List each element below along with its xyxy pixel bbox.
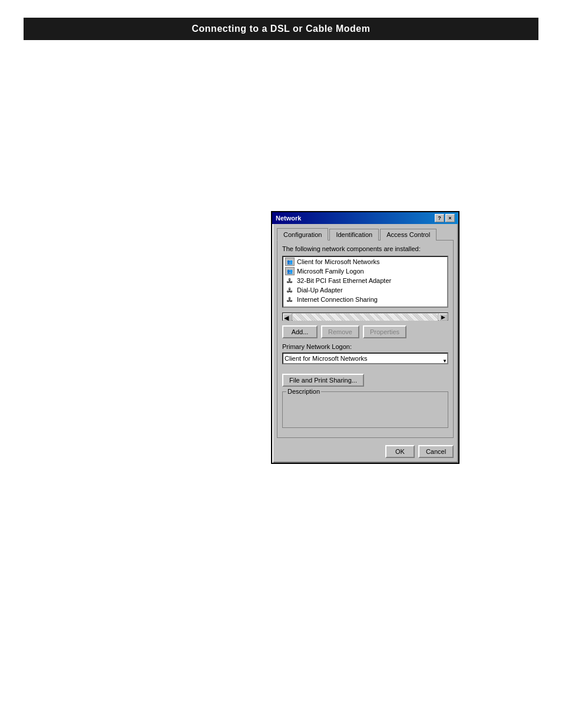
list-item[interactable]: 🖧 Dial-Up Adapter — [283, 285, 447, 295]
list-item[interactable]: 👥 Client for Microsoft Networks — [283, 257, 447, 266]
network-components-list[interactable]: 👥 Client for Microsoft Networks 👥 Micros… — [282, 256, 448, 308]
primary-network-logon-label: Primary Network Logon: — [282, 343, 448, 350]
page-title: Connecting to a DSL or Cable Modem — [35, 24, 527, 34]
action-buttons: Add... Remove Properties — [282, 325, 448, 338]
dialog-footer: OK Cancel — [272, 443, 458, 463]
scroll-left-btn[interactable]: ◀ — [283, 314, 292, 321]
family-icon: 👥 — [285, 267, 295, 275]
horizontal-scrollbar[interactable]: ◀ ▶ — [282, 312, 448, 321]
description-content — [285, 394, 445, 424]
dialog-title: Network — [276, 215, 301, 222]
tab-description: The following network components are ins… — [282, 245, 448, 252]
tab-content: The following network components are ins… — [277, 240, 454, 438]
ics-icon: 🖧 — [285, 295, 295, 304]
list-item[interactable]: 🖧 Internet Connection Sharing — [283, 295, 447, 304]
network-dialog: Network ? × Configuration — [271, 211, 459, 464]
dialup-icon: 🖧 — [285, 286, 295, 294]
header-banner: Connecting to a DSL or Cable Modem — [24, 18, 538, 40]
help-button[interactable]: ? — [435, 214, 444, 222]
main-content: Network ? × Configuration — [0, 40, 562, 64]
scroll-right-btn[interactable]: ▶ — [439, 314, 447, 321]
remove-button[interactable]: Remove — [321, 325, 359, 338]
close-button[interactable]: × — [445, 214, 455, 222]
list-item[interactable]: 🖧 32-Bit PCI Fast Ethernet Adapter — [283, 276, 447, 285]
network-dialog-container: Network ? × Configuration — [271, 211, 459, 464]
properties-button[interactable]: Properties — [363, 325, 406, 338]
list-item[interactable]: 👥 Microsoft Family Logon — [283, 266, 447, 276]
tab-access-control[interactable]: Access Control — [380, 229, 437, 241]
description-group: Description — [282, 391, 448, 428]
ok-button[interactable]: OK — [385, 445, 415, 458]
file-print-sharing-button[interactable]: File and Print Sharing... — [282, 374, 364, 387]
dialog-titlebar: Network ? × — [272, 212, 458, 224]
description-legend: Description — [286, 388, 321, 395]
add-button[interactable]: Add... — [282, 325, 318, 338]
primary-network-logon-wrapper: Client for Microsoft Networks — [282, 353, 448, 369]
primary-network-logon-select[interactable]: Client for Microsoft Networks — [282, 353, 448, 364]
tab-identification[interactable]: Identification — [329, 229, 379, 241]
dialog-body: Configuration Identification Access Cont… — [272, 224, 458, 443]
tab-row: Configuration Identification Access Cont… — [277, 229, 454, 241]
adapter-icon: 🖧 — [285, 276, 295, 285]
client-icon: 👥 — [285, 258, 295, 266]
titlebar-buttons: ? × — [435, 214, 455, 222]
cancel-button[interactable]: Cancel — [418, 445, 454, 458]
tab-configuration[interactable]: Configuration — [277, 228, 328, 241]
file-print-sharing-container: File and Print Sharing... — [282, 374, 448, 387]
scroll-track[interactable] — [293, 314, 438, 321]
